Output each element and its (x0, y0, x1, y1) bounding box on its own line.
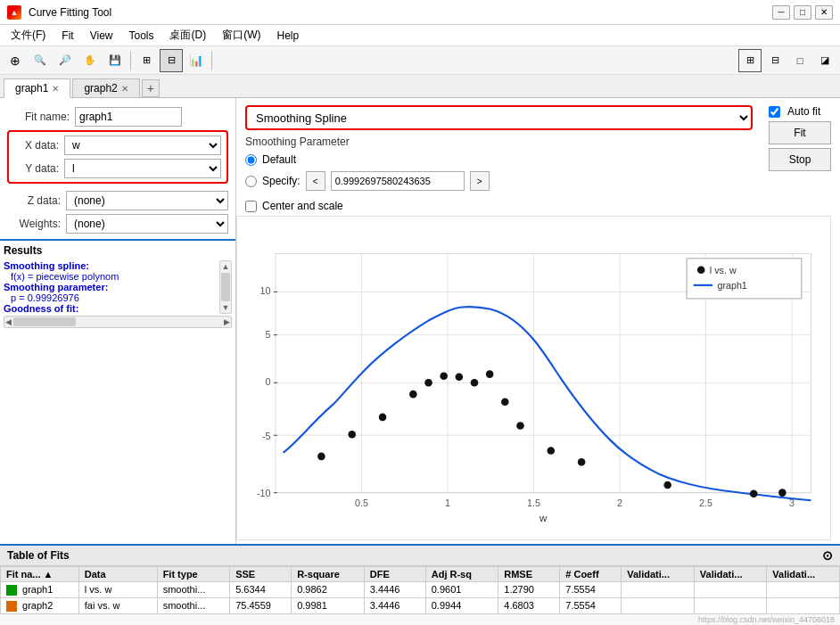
smoothing-title: Smoothing Parameter (245, 136, 753, 148)
col-val3[interactable]: Validati... (767, 566, 840, 581)
specify-radio[interactable] (245, 176, 257, 187)
left-column: Fit name: X data: w Y data: l (0, 98, 236, 544)
row1-r-square: 0.9862 (292, 581, 365, 597)
less-button[interactable]: < (306, 171, 325, 191)
center-scale-checkbox[interactable] (245, 201, 257, 212)
left-top-panel: Fit name: X data: w Y data: l (0, 98, 235, 239)
toolbar-layout3[interactable]: □ (788, 49, 811, 72)
menu-help[interactable]: Help (269, 28, 306, 44)
stop-button[interactable]: Stop (769, 148, 831, 171)
svg-text:0.5: 0.5 (355, 498, 368, 508)
col-val1[interactable]: Validati... (622, 566, 695, 581)
menu-view[interactable]: View (83, 28, 120, 44)
row1-dfe: 3.4446 (364, 581, 425, 597)
results-title: Results (4, 244, 232, 257)
tab-graph2[interactable]: graph2 ✕ (72, 78, 139, 97)
toolbar-layout1[interactable]: ⊞ (738, 49, 762, 72)
toolbar-layout4[interactable]: ◪ (813, 49, 836, 72)
tab-graph2-close[interactable]: ✕ (121, 84, 128, 94)
toolbar-zoom-out[interactable]: 🔎 (54, 49, 77, 72)
results-scrollbar[interactable]: ▲ ▼ (219, 260, 232, 314)
col-dfe[interactable]: DFE (364, 566, 425, 581)
menu-window[interactable]: 窗口(W) (215, 26, 268, 45)
fit-type-select[interactable]: Smoothing Spline (245, 105, 753, 130)
table-row[interactable]: graph1 l vs. w smoothi... 5.6344 0.9862 … (1, 581, 840, 597)
col-val2[interactable]: Validati... (694, 566, 767, 581)
tab-add-button[interactable]: + (142, 79, 160, 97)
center-scale-label: Center and scale (262, 200, 343, 212)
z-data-select[interactable]: (none) (66, 191, 228, 210)
data-point (424, 379, 432, 387)
toolbar-zoom-in[interactable]: 🔍 (29, 49, 52, 72)
toolbar-layout2[interactable]: ⊟ (763, 49, 786, 72)
menu-desktop[interactable]: 桌面(D) (162, 26, 213, 45)
table-header-row: Fit na... ▲ Data Fit type SSE R-square D… (1, 566, 840, 581)
row2-rmse: 4.6803 (498, 597, 560, 613)
tab-graph2-label: graph2 (84, 82, 117, 95)
specify-radio-row: Specify: < > (245, 171, 753, 191)
minimize-button[interactable]: ─ (772, 5, 790, 20)
x-data-select[interactable]: w (64, 136, 221, 155)
fit-type-row: Smoothing Spline (245, 105, 753, 130)
col-data[interactable]: Data (78, 566, 157, 581)
row1-n-coeff: 7.5554 (560, 581, 622, 597)
close-button[interactable]: ✕ (815, 5, 833, 20)
toolbar-sep1 (130, 51, 131, 70)
data-section: X data: w Y data: l (7, 130, 228, 184)
menu-fit[interactable]: Fit (54, 28, 80, 44)
data-point (317, 453, 325, 461)
menu-tools[interactable]: Tools (121, 28, 161, 44)
results-panel: Results Smoothing spline: f(x) = piecewi… (0, 239, 235, 544)
y-data-select[interactable]: l (64, 159, 221, 178)
result-line-0: Smoothing spline: (4, 260, 219, 271)
toolbar-save[interactable]: 💾 (103, 49, 127, 72)
toolbar-grid[interactable]: ⊞ (135, 49, 158, 72)
col-rmse[interactable]: RMSE (498, 566, 560, 581)
table-header-bar: Table of Fits ⊙ (0, 546, 840, 566)
default-radio[interactable] (245, 154, 257, 166)
row2-r-square: 0.9981 (292, 597, 365, 613)
row2-adj-r-sq: 0.9944 (425, 597, 498, 613)
col-n-coeff[interactable]: # Coeff (560, 566, 622, 581)
fit-name-input[interactable] (75, 107, 182, 127)
menu-file[interactable]: 文件(F) (4, 26, 53, 45)
row2-dfe: 3.4446 (364, 597, 425, 613)
data-point (440, 372, 448, 380)
toolbar-data[interactable]: 📊 (185, 49, 208, 72)
row2-val3 (767, 597, 840, 613)
col-sse[interactable]: SSE (230, 566, 292, 581)
toolbar-grid2[interactable]: ⊟ (160, 49, 183, 72)
result-line-1: f(x) = piecewise polynom (4, 271, 219, 282)
table-scroll[interactable]: Fit na... ▲ Data Fit type SSE R-square D… (0, 566, 840, 614)
tab-graph1[interactable]: graph1 ✕ (4, 78, 70, 98)
svg-text:10: 10 (260, 285, 271, 296)
fit-controls: Smoothing Spline Smoothing Parameter Def… (245, 105, 753, 212)
toolbar-new[interactable]: ⊕ (4, 49, 27, 72)
fit-button[interactable]: Fit (769, 121, 831, 144)
col-r-square[interactable]: R-square (292, 566, 365, 581)
col-fit-type[interactable]: Fit type (157, 566, 230, 581)
autofit-checkbox[interactable] (769, 106, 780, 118)
table-row[interactable]: graph2 fai vs. w smoothi... 75.4559 0.99… (1, 597, 840, 613)
y-data-label: Y data: (14, 162, 59, 175)
z-data-row: Z data: (none) (7, 191, 228, 210)
smoothing-value-input[interactable] (331, 171, 465, 191)
maximize-button[interactable]: □ (794, 5, 811, 20)
tab-graph1-close[interactable]: ✕ (52, 84, 59, 94)
data-point (501, 398, 509, 406)
results-hscrollbar[interactable]: ◀ ▶ (4, 316, 232, 328)
data-point (516, 422, 524, 430)
col-adj-r-sq[interactable]: Adj R-sq (425, 566, 498, 581)
chart-container: -10 -5 0 5 10 0.5 1 1.5 2 2.5 3 w (236, 212, 840, 544)
data-point (379, 414, 387, 422)
col-fit-name[interactable]: Fit na... ▲ (1, 566, 79, 581)
weights-label: Weights: (7, 218, 61, 230)
weights-select[interactable]: (none) (66, 214, 228, 234)
more-button[interactable]: > (470, 171, 490, 191)
table-options-icon[interactable]: ⊙ (822, 548, 833, 563)
data-point (548, 447, 556, 455)
toolbar-pan[interactable]: ✋ (78, 49, 102, 72)
right-top: Smoothing Spline Smoothing Parameter Def… (236, 98, 840, 212)
fit-name-label: Fit name: (7, 111, 70, 123)
svg-text:1.5: 1.5 (527, 498, 540, 508)
